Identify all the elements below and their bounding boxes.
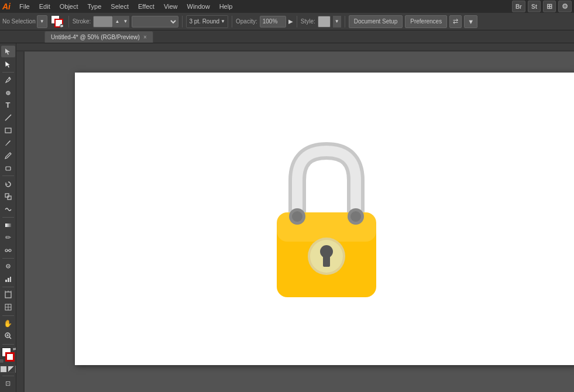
document-tab[interactable]: Untitled-4* @ 50% (RGB/Preview) × [44,31,153,43]
toolbar-top: No Selection ▼ ⇄ Stroke: ▲ ▼ 3 pt. Round… [0,13,574,30]
blend-tool[interactable] [1,245,15,256]
svg-point-36 [292,211,303,222]
tab-title: Untitled-4* @ 50% (RGB/Preview) [51,34,140,40]
menu-view[interactable]: View [160,2,182,11]
menu-file[interactable]: File [15,2,34,11]
tab-close[interactable]: × [143,34,147,40]
tool-sep-8 [2,376,14,376]
svg-point-12 [8,266,9,267]
zoom-tool[interactable] [1,330,15,342]
pencil-tool[interactable] [1,150,15,161]
svg-rect-16 [5,292,11,298]
fire-btn[interactable]: ⚙ [558,1,572,12]
app-icons: Br St ⊞ ⚙ [512,1,572,12]
scale-tool[interactable] [1,191,15,202]
symbol-tool[interactable] [1,260,15,272]
tool-sep-1 [2,72,14,73]
weight-dropdown[interactable]: ▼ [221,19,225,24]
pen-tool[interactable] [1,74,15,86]
rect-tool[interactable] [1,125,15,136]
stroke-swatch[interactable] [93,16,113,27]
arrange-dropdown[interactable]: ▼ [464,15,477,28]
app-logo: Ai [2,2,11,11]
color-mode-solid[interactable] [0,366,7,373]
menu-help[interactable]: Help [215,2,237,11]
grid-btn[interactable]: ⊞ [543,1,556,12]
default-colors[interactable] [0,359,4,363]
bridge-btn[interactable]: Br [512,1,525,12]
artboard-tool[interactable] [1,289,15,301]
screen-mode-btn[interactable]: ⊡ [1,378,15,390]
rotate-tool[interactable] [1,178,15,190]
hand-tool[interactable]: ✋ [1,318,15,329]
document-setup-btn[interactable]: Document Setup [349,15,403,28]
svg-point-37 [350,211,361,222]
svg-rect-14 [8,278,9,282]
opacity-input[interactable] [260,16,286,27]
canvas-area[interactable] [16,43,574,392]
fill-stroke-swatch[interactable]: ⇄ [51,15,64,28]
menu-window[interactable]: Window [183,2,214,11]
svg-rect-7 [5,223,11,227]
menu-effect[interactable]: Effect [134,2,159,11]
sep1 [68,16,69,27]
graph-tool[interactable] [1,273,15,284]
stroke-color[interactable] [5,352,15,362]
svg-rect-41 [323,255,330,267]
tool-sep-3 [2,217,14,218]
tool-sep-7 [2,344,14,345]
direct-selection-tool[interactable] [1,58,15,70]
svg-rect-6 [8,196,11,200]
add-anchor-tool[interactable] [1,87,15,98]
svg-rect-15 [10,277,11,282]
stroke-label: Stroke: [73,18,91,25]
stroke-up[interactable]: ▲ [113,16,121,27]
eyedropper-tool[interactable]: ✏ [1,232,15,243]
sep5 [345,16,345,27]
svg-point-9 [9,249,11,252]
svg-line-24 [9,337,11,339]
eraser-tool[interactable] [1,162,15,174]
fill-stroke-colors[interactable]: ⇄ [1,348,16,362]
arrange-btn[interactable]: ⇄ [449,15,462,28]
style-swatch[interactable] [318,16,331,27]
selection-dropdown[interactable]: ▼ [37,15,47,28]
stock-btn[interactable]: St [528,1,541,12]
tool-sep-4 [2,258,14,259]
ruler-vertical [16,51,25,392]
style-label: Style: [301,18,315,25]
menu-edit[interactable]: Edit [35,2,54,11]
sep3 [232,16,232,27]
svg-line-2 [5,115,11,121]
opacity-more[interactable]: ▶ [288,18,293,25]
toolbox: T ✏ [0,43,16,392]
sep2 [182,16,183,27]
selection-tool[interactable] [1,46,15,57]
brush-tool[interactable] [1,137,15,149]
tool-sep-6 [2,315,14,316]
line-tool[interactable] [1,112,15,123]
type-tool[interactable]: T [1,99,15,111]
ruler-horizontal [16,43,574,51]
style-dropdown[interactable]: ▼ [333,16,341,27]
color-mode-group [0,366,16,373]
svg-rect-30 [16,51,25,392]
svg-rect-4 [6,167,11,170]
color-mode-gradient[interactable] [8,366,15,373]
warp-tool[interactable] [1,203,15,215]
menu-select[interactable]: Select [106,2,133,11]
preferences-btn[interactable]: Preferences [405,15,447,28]
menu-type[interactable]: Type [84,2,106,11]
svg-rect-28 [16,43,574,51]
main-layout: T ✏ [0,43,574,392]
svg-point-8 [5,249,8,252]
stroke-down[interactable]: ▼ [121,16,129,27]
menubar: Ai File Edit Object Type Select Effect V… [0,0,574,13]
slice-tool[interactable] [1,301,15,313]
menu-object[interactable]: Object [56,2,83,11]
gradient-tool[interactable] [1,219,15,231]
svg-rect-5 [5,194,9,197]
tabbar: Untitled-4* @ 50% (RGB/Preview) × [0,30,574,43]
artboard [75,73,574,365]
variable-select[interactable] [132,16,178,27]
